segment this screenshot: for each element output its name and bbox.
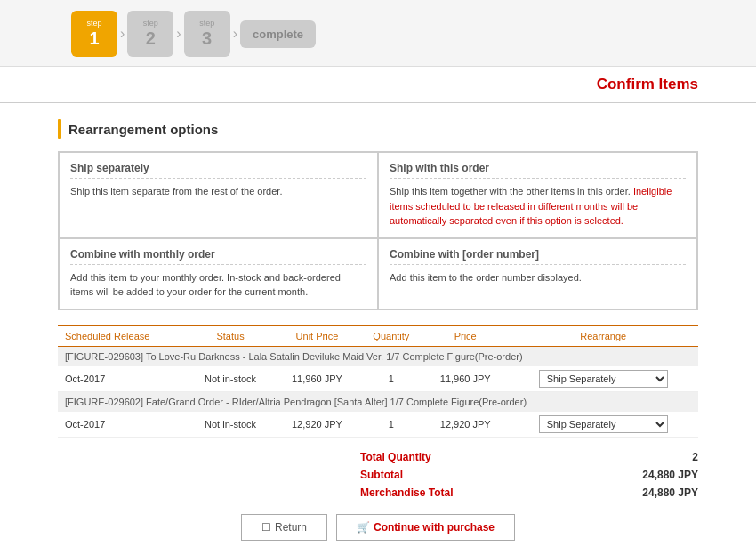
total-quantity-label: Total Quantity xyxy=(360,451,431,463)
total-quantity-value: 2 xyxy=(692,451,698,463)
subtotal-row: Subtotal 24,880 JPY xyxy=(360,466,698,484)
option-ship-separately-desc: Ship this item separate from the rest of… xyxy=(70,184,366,199)
cart-icon: 🛒 xyxy=(357,521,370,534)
option-ship-with-order-desc-normal: Ship this item together with the other i… xyxy=(390,186,631,197)
quantity: 1 xyxy=(360,366,422,392)
step-3: step 3 xyxy=(184,11,230,57)
step-1: step 1 xyxy=(71,11,117,57)
price: 11,960 JPY xyxy=(422,366,509,392)
product-name-row: [FIGURE-029602] Fate/Grand Order - RIder… xyxy=(58,391,698,412)
release-date: Oct-2017 xyxy=(58,412,187,438)
return-label: Return xyxy=(275,521,307,534)
steps-bar: step 1 › step 2 › step 3 › complete xyxy=(0,0,756,67)
col-header-quantity: Quantity xyxy=(360,325,422,347)
step-arrow-3: › xyxy=(233,26,237,42)
col-header-status: Status xyxy=(187,325,274,347)
merchandise-total-value: 24,880 JPY xyxy=(642,486,698,499)
col-header-rearrange: Rearrange xyxy=(509,325,699,347)
option-ship-separately: Ship separately Ship this item separate … xyxy=(59,152,378,238)
confirm-title: Confirm Items xyxy=(597,76,698,92)
release-date: Oct-2017 xyxy=(58,366,187,392)
section-title: Rearrangement options xyxy=(58,119,698,139)
continue-label: Continue with purchase xyxy=(374,521,495,534)
confirm-title-bar: Confirm Items xyxy=(0,67,756,103)
product-name: [FIGURE-029603] To Love-Ru Darkness - La… xyxy=(58,346,698,366)
return-icon: ☐ xyxy=(261,521,271,534)
option-combine-order-number-title: Combine with [order number] xyxy=(390,248,686,265)
option-ship-with-order: Ship with this order Ship this item toge… xyxy=(378,152,697,238)
step-arrow-2: › xyxy=(176,26,181,42)
option-ship-with-order-title: Ship with this order xyxy=(390,162,686,179)
main-content: Rearrangement options Ship separately Sh… xyxy=(0,103,756,546)
status: Not in-stock xyxy=(187,366,274,392)
unit-price: 11,960 JPY xyxy=(274,366,360,392)
merchandise-total-label: Merchandise Total xyxy=(360,486,453,499)
step-complete: complete xyxy=(240,20,316,48)
section-title-text: Rearrangement options xyxy=(68,122,218,137)
step-arrow-1: › xyxy=(120,26,125,42)
option-ship-with-order-desc: Ship this item together with the other i… xyxy=(390,184,686,229)
option-ship-separately-title: Ship separately xyxy=(70,162,366,179)
subtotal-value: 24,880 JPY xyxy=(642,469,698,481)
items-table: Scheduled Release Status Unit Price Quan… xyxy=(58,325,698,438)
buttons-row: ☐ Return 🛒 Continue with purchase xyxy=(58,514,698,541)
step-2: step 2 xyxy=(127,11,173,57)
subtotal-label: Subtotal xyxy=(360,469,403,481)
option-combine-order-number: Combine with [order number] Add this ite… xyxy=(378,238,697,309)
product-name: [FIGURE-029602] Fate/Grand Order - RIder… xyxy=(58,391,698,412)
status: Not in-stock xyxy=(187,412,274,438)
option-combine-order-number-desc: Add this item to the order number displa… xyxy=(390,270,686,285)
rearrange-cell[interactable]: Ship SeparatelyShip with this orderCombi… xyxy=(509,366,699,392)
option-combine-monthly-desc: Add this item to your monthly order. In-… xyxy=(70,270,366,300)
rearrange-cell[interactable]: Ship SeparatelyShip with this orderCombi… xyxy=(509,412,699,438)
product-name-row: [FIGURE-029603] To Love-Ru Darkness - La… xyxy=(58,346,698,366)
table-row: Oct-2017Not in-stock12,920 JPY112,920 JP… xyxy=(58,412,698,438)
price: 12,920 JPY xyxy=(422,412,509,438)
quantity: 1 xyxy=(360,412,422,438)
rearrange-select[interactable]: Ship SeparatelyShip with this orderCombi… xyxy=(539,370,668,388)
return-button[interactable]: ☐ Return xyxy=(241,514,327,541)
section-title-accent xyxy=(58,119,61,139)
total-quantity-row: Total Quantity 2 xyxy=(360,448,698,466)
table-row: Oct-2017Not in-stock11,960 JPY111,960 JP… xyxy=(58,366,698,392)
merchandise-total-row: Merchandise Total 24,880 JPY xyxy=(360,484,698,502)
option-combine-monthly-title: Combine with monthly order xyxy=(70,248,366,265)
totals-section: Total Quantity 2 Subtotal 24,880 JPY Mer… xyxy=(58,448,698,502)
option-combine-monthly: Combine with monthly order Add this item… xyxy=(59,238,378,309)
col-header-unit-price: Unit Price xyxy=(274,325,360,347)
rearrange-select[interactable]: Ship SeparatelyShip with this orderCombi… xyxy=(539,415,668,433)
continue-button[interactable]: 🛒 Continue with purchase xyxy=(336,514,515,541)
col-header-price: Price xyxy=(422,325,509,347)
options-grid: Ship separately Ship this item separate … xyxy=(58,151,698,310)
col-header-release: Scheduled Release xyxy=(58,325,187,347)
unit-price: 12,920 JPY xyxy=(274,412,360,438)
